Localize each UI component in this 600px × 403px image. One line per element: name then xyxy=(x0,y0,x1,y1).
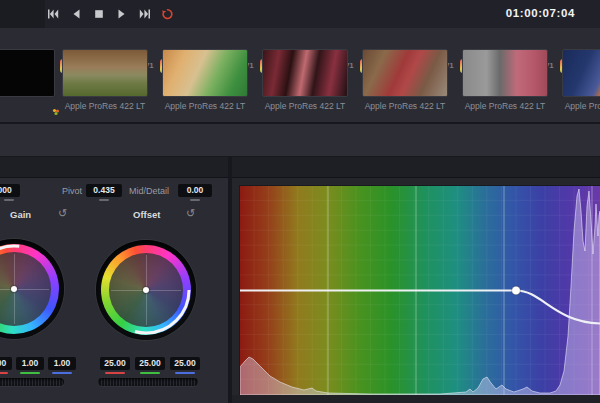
offset-red-underline xyxy=(105,372,125,374)
clip-thumbnail-10[interactable] xyxy=(562,49,600,97)
transport-bar: 01:00:07:04 xyxy=(0,0,600,29)
clip-codec-label: Apple ProRes 422 LT xyxy=(562,101,600,111)
skip-to-start-button[interactable] xyxy=(46,8,59,21)
clip-codec-label: Apple ProRes 422 LT xyxy=(462,101,548,111)
gain-reset-button[interactable]: ↺ xyxy=(58,207,67,221)
loop-playback-icon[interactable] xyxy=(161,8,174,21)
pivot-label: Pivot xyxy=(62,186,82,196)
clip-thumbnail-04[interactable] xyxy=(0,49,55,97)
play-button[interactable] xyxy=(115,8,128,21)
offset-green-field[interactable]: 25.00 xyxy=(135,357,165,370)
pivot-value-field[interactable]: 0.435 xyxy=(86,184,122,197)
palette-header-row: Wheels ↺ Curves xyxy=(0,157,600,178)
clip-thumbnail-08[interactable] xyxy=(362,49,448,97)
offset-master-slider[interactable] xyxy=(98,378,198,386)
gain-wheel-value-arcs xyxy=(0,239,64,339)
gain-label: Gain xyxy=(10,209,31,220)
contrast-slider-tick xyxy=(4,199,14,201)
clip-thumbnail-07[interactable] xyxy=(262,49,348,97)
offset-blue-field[interactable]: 25.00 xyxy=(170,357,200,370)
hue-curve-graph[interactable] xyxy=(240,186,600,395)
transport-controls xyxy=(46,0,174,28)
offset-label: Offset xyxy=(133,209,160,220)
gain-blue-field[interactable]: 1.00 xyxy=(48,357,76,370)
offset-red-field[interactable]: 25.00 xyxy=(100,357,130,370)
gain-green-underline xyxy=(20,372,40,374)
master-timecode: 01:00:07:04 xyxy=(506,7,575,19)
mid-detail-slider-tick xyxy=(190,199,200,201)
offset-reset-button[interactable]: ↺ xyxy=(186,207,195,221)
gain-green-field[interactable]: 1.00 xyxy=(16,357,44,370)
clip-flag-icon xyxy=(52,102,60,110)
skip-to-end-button[interactable] xyxy=(138,8,151,21)
contrast-value-field[interactable]: 1.000 xyxy=(0,184,20,197)
offset-green-underline xyxy=(140,372,160,374)
clip-codec-label: Apple ProRes 422 LT xyxy=(62,101,148,111)
clip-thumbnail-09[interactable] xyxy=(462,49,548,97)
clip-thumbnail-06[interactable] xyxy=(162,49,248,97)
stop-button[interactable] xyxy=(92,8,105,21)
offset-blue-underline xyxy=(175,372,195,374)
curve-control-point[interactable] xyxy=(512,286,521,295)
offset-color-wheel[interactable] xyxy=(96,240,196,340)
mid-detail-label: Mid/Detail xyxy=(129,186,169,196)
top-left-panel xyxy=(0,0,45,28)
pivot-slider-tick xyxy=(99,199,109,201)
clip-info-row: 00:00:00:00 V2 05 00:00:43:10 V1 06 13:1… xyxy=(0,28,600,47)
gain-master-slider[interactable] xyxy=(0,378,64,386)
offset-wheel-value-arcs xyxy=(96,240,196,340)
clip-codec-label: Apple ProRes 422 LT xyxy=(162,101,248,111)
clip-codec-label: Apple ProRes 422 LT xyxy=(262,101,348,111)
mid-detail-value-field[interactable]: 0.00 xyxy=(178,184,212,197)
gain-blue-underline xyxy=(52,372,72,374)
curves-bottom-strip xyxy=(232,395,600,403)
clip-codec-label: Apple ProRes 422 LT xyxy=(362,101,448,111)
gain-red-field[interactable]: 1.00 xyxy=(0,357,12,370)
clip-thumbnail-05[interactable] xyxy=(62,49,148,97)
palette-toolbar xyxy=(0,122,600,157)
step-back-button[interactable] xyxy=(69,8,82,21)
gain-color-wheel[interactable] xyxy=(0,239,64,339)
gain-red-underline xyxy=(0,372,8,374)
